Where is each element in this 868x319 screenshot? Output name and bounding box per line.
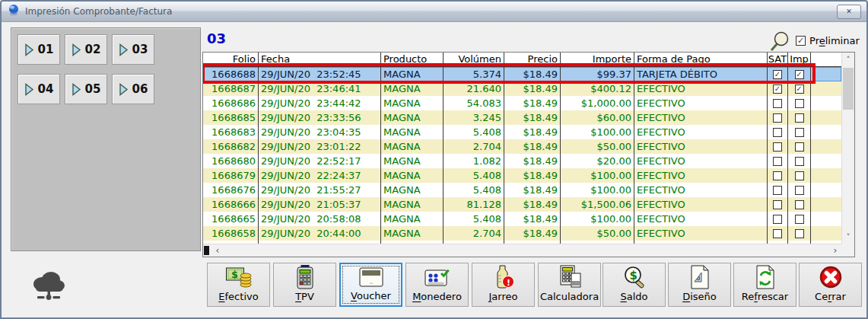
scroll-down-icon[interactable]: ˅ bbox=[842, 231, 854, 243]
cell-imp bbox=[788, 139, 811, 154]
cell-forma: EFECTIVO bbox=[634, 110, 768, 125]
calculator-icon bbox=[557, 265, 583, 289]
cell-sat bbox=[768, 96, 788, 110]
pump-button-06[interactable]: 06 bbox=[112, 74, 154, 104]
cell-producto: MAGNA bbox=[381, 154, 444, 168]
checkbox-sat[interactable] bbox=[773, 142, 782, 152]
cell-filler bbox=[811, 212, 841, 226]
pump-button-label: 04 bbox=[38, 82, 54, 96]
column-header-fecha[interactable]: Fecha bbox=[259, 53, 381, 66]
checkbox-sat[interactable] bbox=[773, 229, 782, 238]
column-header-importe[interactable]: Importe bbox=[561, 53, 634, 66]
column-header-volumen[interactable]: Volúmen bbox=[444, 53, 504, 66]
cell-precio: $18.49 bbox=[504, 212, 561, 226]
table-row[interactable]: 166868229/JUN/20 23:01:22MAGNA2.704$18.4… bbox=[203, 139, 841, 154]
cell-imp bbox=[788, 154, 811, 168]
checkbox-sat[interactable] bbox=[773, 200, 782, 209]
table-row[interactable]: 166867629/JUN/20 21:55:27MAGNA5.408$18.4… bbox=[203, 183, 841, 197]
pump-button-03[interactable]: 03 bbox=[112, 34, 154, 65]
checkbox-imp[interactable] bbox=[795, 186, 804, 195]
vertical-scroll-thumb[interactable] bbox=[843, 68, 854, 110]
cell-folio: 1668676 bbox=[203, 183, 259, 197]
column-header-folio[interactable]: Folio bbox=[203, 53, 259, 66]
checkbox-sat[interactable] bbox=[773, 171, 782, 180]
scroll-up-icon[interactable]: ˄ bbox=[842, 53, 854, 65]
table-row[interactable]: 166866529/JUN/20 20:58:08MAGNA5.408$18.4… bbox=[203, 212, 841, 226]
checkbox-sat[interactable]: ✓ bbox=[773, 85, 782, 94]
diseno-button[interactable]: Diseño bbox=[668, 263, 731, 307]
cell-producto: MAGNA bbox=[381, 197, 444, 212]
title-bar[interactable]: Impresión Comprobante/Factura ✕ bbox=[2, 2, 866, 22]
voucher-button[interactable]: Voucher bbox=[339, 263, 402, 307]
cell-precio: $18.49 bbox=[504, 168, 561, 183]
table-row[interactable]: 166868329/JUN/20 23:04:35MAGNA5.408$18.4… bbox=[203, 125, 841, 139]
checkbox-sat[interactable] bbox=[773, 128, 782, 137]
calculadora-button[interactable]: Calculadora bbox=[538, 263, 601, 307]
table-row[interactable]: 166868029/JUN/20 22:52:17MAGNA1.082$18.4… bbox=[203, 154, 841, 168]
checkbox-imp[interactable] bbox=[795, 99, 804, 108]
cell-producto: MAGNA bbox=[381, 212, 444, 226]
checkbox-imp[interactable] bbox=[795, 200, 804, 209]
column-header-imp[interactable]: Imp bbox=[788, 53, 811, 66]
cell-sat bbox=[768, 183, 788, 197]
efectivo-button[interactable]: $ Efectivo bbox=[207, 263, 270, 307]
scroll-right-icon[interactable]: › bbox=[830, 244, 841, 257]
table-row[interactable]: 166866629/JUN/20 21:05:37MAGNA81.128$18.… bbox=[203, 197, 841, 212]
cell-producto: MAGNA bbox=[381, 183, 444, 197]
jarreo-button[interactable]: ! Jarreo bbox=[472, 263, 535, 307]
vertical-scrollbar[interactable]: ˄ ˅ bbox=[841, 53, 854, 244]
column-header-forma[interactable]: Forma de Pago bbox=[634, 53, 768, 66]
column-header-precio[interactable]: Precio bbox=[504, 53, 561, 66]
table-row[interactable]: 166865829/JUN/20 20:44:00MAGNA2.704$18.4… bbox=[203, 226, 841, 241]
pump-button-05[interactable]: 05 bbox=[65, 74, 107, 104]
saldo-button[interactable]: $ Saldo bbox=[603, 263, 666, 307]
table-row[interactable]: 166868729/JUN/20 23:46:41MAGNA21.640$18.… bbox=[203, 81, 841, 96]
cell-forma: EFECTIVO bbox=[634, 197, 768, 212]
pump-button-02[interactable]: 02 bbox=[65, 34, 107, 65]
checkbox-imp[interactable] bbox=[795, 171, 804, 180]
checkbox-imp[interactable] bbox=[795, 142, 804, 152]
cerrar-button[interactable]: Cerrar bbox=[799, 263, 862, 307]
checkbox-imp[interactable]: ✓ bbox=[795, 70, 804, 79]
cell-filler bbox=[811, 125, 841, 139]
checkbox-sat[interactable]: ✓ bbox=[773, 70, 782, 79]
checkbox-sat[interactable] bbox=[773, 113, 782, 123]
checkbox-imp[interactable] bbox=[795, 128, 804, 137]
monedero-button[interactable]: Monedero bbox=[405, 263, 469, 307]
cell-precio: $18.49 bbox=[504, 67, 561, 81]
pump-button-label: 05 bbox=[85, 82, 101, 96]
checkbox-sat[interactable] bbox=[773, 157, 782, 166]
refrescar-button[interactable]: Refrescar bbox=[733, 263, 796, 307]
preliminar-checkbox[interactable]: ✓ bbox=[796, 36, 806, 46]
search-dollar-icon: $ bbox=[622, 265, 647, 289]
checkbox-sat[interactable] bbox=[773, 99, 782, 108]
cell-imp bbox=[788, 110, 811, 125]
cell-importe: $20.00 bbox=[561, 154, 634, 168]
cell-imp bbox=[788, 212, 811, 226]
horizontal-scroll-thumb[interactable] bbox=[204, 246, 209, 255]
checkbox-imp[interactable] bbox=[795, 157, 804, 166]
checkbox-imp[interactable]: ✓ bbox=[795, 85, 804, 94]
cell-producto: MAGNA bbox=[381, 67, 444, 81]
pump-button-01[interactable]: 01 bbox=[17, 34, 60, 65]
scroll-left-icon[interactable]: ‹ bbox=[212, 244, 223, 257]
tpv-button[interactable]: TPV bbox=[273, 263, 336, 307]
table-row-selected[interactable]: 166868829/JUN/20 23:52:45MAGNA5.374$18.4… bbox=[203, 67, 841, 81]
checkbox-sat[interactable] bbox=[773, 215, 782, 224]
pump-button-04[interactable]: 04 bbox=[17, 74, 60, 104]
table-row[interactable]: 166868529/JUN/20 23:33:56MAGNA3.245$18.4… bbox=[203, 110, 841, 125]
close-window-button[interactable]: ✕ bbox=[837, 5, 861, 19]
table-row[interactable]: 166867929/JUN/20 22:24:37MAGNA5.408$18.4… bbox=[203, 168, 841, 183]
horizontal-scrollbar[interactable]: ‹ › bbox=[203, 244, 841, 257]
preliminar-option[interactable]: ✓ Preliminar bbox=[796, 35, 860, 46]
column-header-sat[interactable]: SAT bbox=[768, 53, 788, 66]
checkbox-imp[interactable] bbox=[795, 215, 804, 224]
column-header-producto[interactable]: Producto bbox=[381, 53, 444, 66]
cell-volumen: 5.408 bbox=[444, 183, 504, 197]
checkbox-imp[interactable] bbox=[795, 229, 804, 238]
checkbox-imp[interactable] bbox=[795, 113, 804, 123]
checkbox-sat[interactable] bbox=[773, 186, 782, 195]
saldo-label: Saldo bbox=[620, 291, 647, 302]
cell-fecha: 29/JUN/20 22:52:17 bbox=[259, 154, 381, 168]
table-row[interactable]: 166868629/JUN/20 23:44:42MAGNA54.083$18.… bbox=[203, 96, 841, 110]
